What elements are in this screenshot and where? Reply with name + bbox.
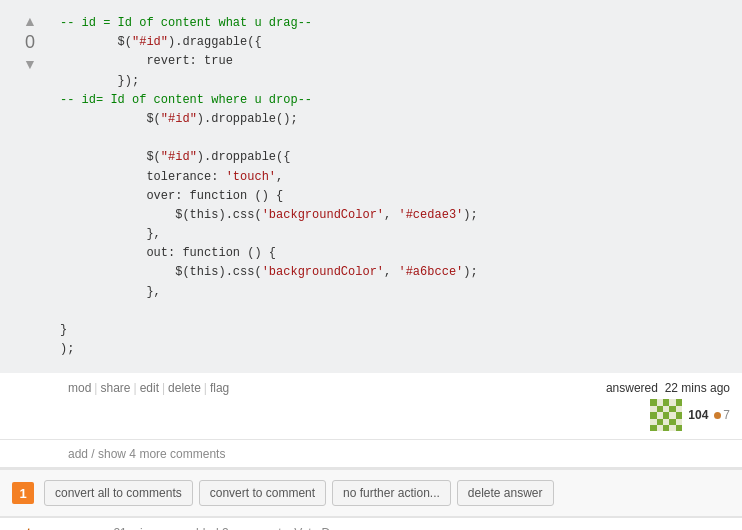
user-reputation: 104 <box>688 408 708 422</box>
review-buttons: convert all to comments convert to comme… <box>44 480 554 506</box>
vote-count: 0 <box>25 30 35 55</box>
vote-up-button[interactable] <box>18 12 42 30</box>
review-number: 1 <box>12 482 34 504</box>
flag-link[interactable]: flag <box>210 381 229 395</box>
no-further-action-button[interactable]: no further action... <box>332 480 451 506</box>
vote-column: 0 <box>0 8 60 365</box>
edit-link[interactable]: edit <box>140 381 159 395</box>
review-header: 1 convert all to comments convert to com… <box>0 470 742 517</box>
action-bar: mod | share | edit | delete | flag answe… <box>0 373 742 440</box>
code-pre: -- id = Id of content what u drag-- $("#… <box>60 14 730 359</box>
share-link[interactable]: share <box>100 381 130 395</box>
code-block: -- id = Id of content what u drag-- $("#… <box>60 8 742 365</box>
not-answer-sep: – <box>99 526 106 530</box>
convert-all-button[interactable]: convert all to comments <box>44 480 193 506</box>
delete-answer-button[interactable]: delete answer <box>457 480 554 506</box>
user-badge: 7 <box>714 408 730 422</box>
code-section: 0 -- id = Id of content what u drag-- $(… <box>0 0 742 373</box>
comments-area: add / show 4 more comments <box>0 440 742 468</box>
avatar <box>650 399 682 431</box>
vote-down-button[interactable] <box>18 55 42 73</box>
badge-count: 7 <box>723 408 730 422</box>
show-comments-link[interactable]: add / show 4 more comments <box>68 447 225 461</box>
delete-link[interactable]: delete <box>168 381 201 395</box>
convert-to-comment-button[interactable]: convert to comment <box>199 480 326 506</box>
answered-info: answered 22 mins ago 104 7 <box>606 381 730 431</box>
action-links: mod | share | edit | delete | flag <box>68 381 229 395</box>
not-answer-bar: not an answer – 21 mins ago; added 2 com… <box>0 517 742 530</box>
not-answer-label: not an answer <box>12 526 93 530</box>
not-answer-meta: 21 mins ago; added 2 comments; Vote Down <box>113 526 352 530</box>
mod-link[interactable]: mod <box>68 381 91 395</box>
code-line-1: -- id = Id of content what u drag-- <box>60 16 312 30</box>
code-line-5: -- id= Id of content where u drop-- <box>60 93 312 107</box>
main-container: 0 -- id = Id of content what u drag-- $(… <box>0 0 742 530</box>
badge-dot <box>714 412 721 419</box>
user-card: 104 7 <box>650 399 730 431</box>
review-section: 1 convert all to comments convert to com… <box>0 468 742 517</box>
answered-label: answered 22 mins ago <box>606 381 730 395</box>
